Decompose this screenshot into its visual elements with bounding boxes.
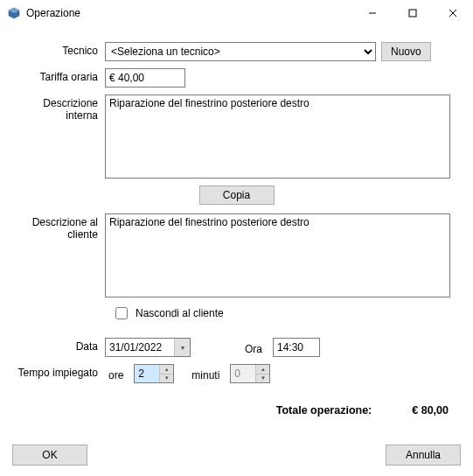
totale-value: € 80,00 — [412, 404, 449, 416]
titlebar: Operazione — [0, 0, 473, 26]
svg-rect-3 — [409, 10, 416, 17]
ore-up-icon[interactable]: ▲ — [160, 365, 173, 374]
ore-input[interactable] — [135, 365, 159, 382]
minuti-down-icon: ▼ — [256, 374, 269, 383]
tariffa-input[interactable] — [105, 68, 185, 88]
close-button[interactable] — [433, 0, 473, 26]
minimize-button[interactable] — [352, 0, 393, 26]
ore-spinner[interactable]: ▲ ▼ — [134, 364, 174, 383]
maximize-button[interactable] — [393, 0, 433, 26]
ora-label: Ora — [245, 340, 262, 355]
totale-label: Totale operazione: — [276, 404, 372, 416]
desc-cliente-textarea[interactable]: Riparazione del finestrino posteriore de… — [105, 214, 450, 298]
minuti-input — [231, 365, 255, 382]
tecnico-select[interactable]: <Seleziona un tecnico> — [105, 42, 376, 61]
nuovo-button[interactable]: Nuovo — [381, 42, 431, 61]
annulla-button[interactable]: Annulla — [386, 444, 461, 466]
desc-interna-textarea[interactable]: Riparazione del finestrino posteriore de… — [105, 94, 450, 178]
data-picker[interactable]: ▾ — [105, 338, 191, 357]
copia-button[interactable]: Copia — [199, 186, 275, 205]
nascondi-checkbox[interactable] — [115, 307, 128, 319]
ore-down-icon[interactable]: ▼ — [160, 374, 173, 383]
tempo-label: Tempo impiegato — [12, 364, 105, 379]
app-icon — [7, 6, 21, 20]
window-title: Operazione — [26, 7, 80, 19]
tecnico-label: Tecnico — [12, 42, 105, 57]
nascondi-label: Nascondi al cliente — [136, 307, 224, 319]
ore-unit-label: ore — [105, 367, 129, 382]
data-input[interactable] — [106, 340, 174, 354]
minuti-up-icon: ▲ — [256, 365, 269, 374]
ok-button[interactable]: OK — [12, 444, 87, 466]
tariffa-label: Tariffa oraria — [12, 68, 105, 83]
minuti-unit-label: minuti — [188, 367, 225, 382]
minuti-spinner: ▲ ▼ — [230, 364, 270, 383]
desc-interna-label: Descrizione interna — [12, 94, 105, 122]
data-label: Data — [12, 338, 105, 353]
ora-input[interactable] — [273, 338, 320, 357]
desc-cliente-label: Descrizione al cliente — [12, 214, 105, 241]
chevron-down-icon[interactable]: ▾ — [174, 339, 190, 356]
